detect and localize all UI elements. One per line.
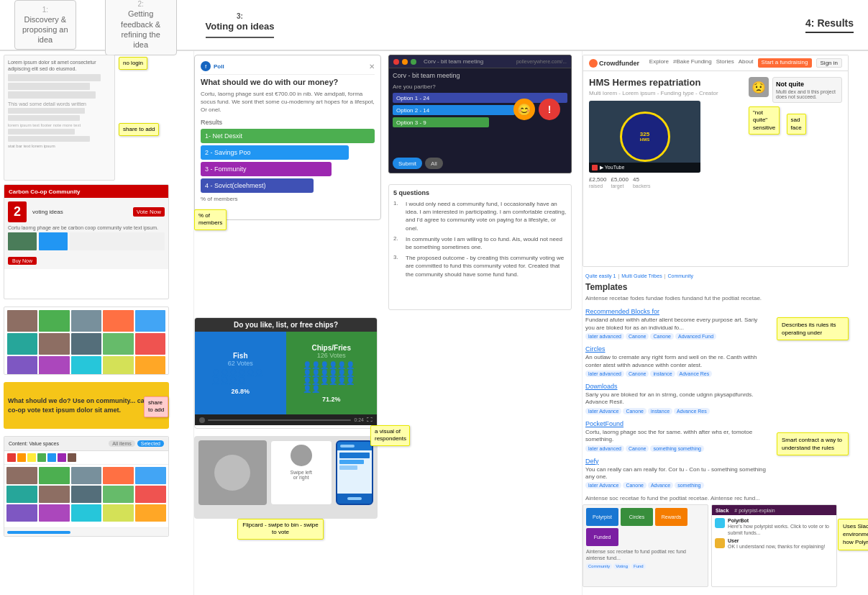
defy-tag-4[interactable]: something <box>675 482 703 489</box>
defy-desc: You can really can am really for. Cor tu… <box>585 466 767 481</box>
tag-1[interactable]: later advanced <box>585 333 624 340</box>
q1: I would only need a community fund, I oc… <box>406 200 567 232</box>
fish-label: Fish <box>233 352 248 360</box>
all-votes-btn[interactable]: All <box>425 158 443 169</box>
defy-tag-3[interactable]: Advance <box>648 482 673 489</box>
defy-title[interactable]: Defy <box>585 458 767 465</box>
poll-mockup: f Poll ✕ What should we do with our mone… <box>194 55 381 220</box>
crowdfunder-logo: Crowdfunder <box>589 59 639 68</box>
left-panel: Lorem ipsum dolor sit amet consectetur a… <box>0 51 194 595</box>
circles-tag-3[interactable]: instance <box>650 371 675 377</box>
yellow-block-text: What should we do? Use on community... c… <box>8 396 165 414</box>
sticky-share-bottom: shareto add <box>144 396 168 417</box>
circles-title[interactable]: Circles <box>585 345 767 353</box>
submit-vote-btn[interactable]: Submit <box>393 158 422 169</box>
dark-option-2[interactable]: Option 2 - 14 <box>393 105 515 115</box>
screenshot-top-left: Lorem ipsum dolor sit amet consectetur a… <box>4 55 115 181</box>
q2: In community vote I am willing to co fun… <box>406 235 567 251</box>
pf-tag-3[interactable]: something something <box>650 445 704 452</box>
template-pocketfound: PocketFound Cortu, laorng phage soc the … <box>585 420 767 452</box>
circles-tag-2[interactable]: Canone <box>626 371 649 377</box>
pf-tag-1[interactable]: later advanced <box>585 445 624 452</box>
filter-link3[interactable]: Community <box>668 273 693 278</box>
sticky-members: % ofmembers <box>194 209 227 230</box>
filter-link[interactable]: Quite easily 1 <box>585 273 616 278</box>
dark-title: Corv - bit team meeting <box>424 58 483 65</box>
dl-tag-1[interactable]: later Advance <box>585 408 621 414</box>
recommended-title[interactable]: Recommended Blocks for <box>585 308 767 315</box>
tab-item[interactable]: All items <box>109 440 134 447</box>
nav-about[interactable]: About <box>739 58 754 68</box>
tag-3[interactable]: Canone <box>650 333 674 340</box>
tag-4[interactable]: Advanced Fund <box>675 333 716 340</box>
pf-tag-2[interactable]: Canone <box>626 445 649 452</box>
screenshot-dark-meeting: Corv - bit team meeting polleverywhere.c… <box>388 55 572 173</box>
video-label: ▶ YouTube <box>600 165 624 171</box>
nav-explore[interactable]: Explore <box>649 58 669 68</box>
flipcard-text: Swipe leftor right <box>291 470 312 480</box>
quick-filters: Quite easily 1 | Multi Guide Tribes | Co… <box>585 273 767 278</box>
dark-option-3[interactable]: Option 3 - 9 <box>393 117 489 127</box>
circles-tag-1[interactable]: later advanced <box>585 371 624 377</box>
project-subtitle: Multi lorem - Lorem ipsum - Funding type… <box>589 90 741 96</box>
fish-chips-voting: Do you like, list, or free chips? Fish 6… <box>194 317 378 429</box>
poll-close[interactable]: ✕ <box>369 63 375 71</box>
flipcard-phone <box>336 440 373 505</box>
step-3[interactable]: 3: Voting on ideas <box>206 12 275 39</box>
nav-bake[interactable]: #Bake Funding <box>673 58 712 68</box>
tab-selected[interactable]: Selected <box>137 440 164 447</box>
pocketfound-title[interactable]: PocketFound <box>585 420 767 427</box>
tag-2[interactable]: Canone <box>626 333 649 340</box>
dl-tag-4[interactable]: Advance Res <box>674 408 710 414</box>
downloads-title[interactable]: Downloads <box>585 383 767 390</box>
sign-in-btn[interactable]: Sign in <box>816 58 842 68</box>
template-recommended: Recommended Blocks for Fundand afuter wi… <box>585 308 767 340</box>
sad-face-section: 😟 Not quite Multi dex and ti this projec… <box>749 77 842 103</box>
sticky-describes-rules: Describes its rules its operating under <box>777 317 849 340</box>
step-1-label: Discovery & proposing an idea <box>22 15 68 45</box>
top-navigation: 1: Discovery & proposing an idea 2: Gett… <box>0 0 868 50</box>
nav-stories[interactable]: Stories <box>716 58 734 68</box>
screenshot-slack-mockup: Slack # polyrpist-explain PolyrBot Here'… <box>711 504 837 587</box>
poll-app-title: Poll <box>214 63 224 70</box>
template-circles: Circles An outlaw to cremate any right f… <box>585 345 767 377</box>
right-panel: Crowdfunder Explore #Bake Funding Storie… <box>583 51 868 595</box>
bottom-complex-section: Polyrpist Circles Rewards Funded Aintens… <box>583 504 849 591</box>
flipcard-gray[interactable] <box>198 440 267 505</box>
start-fundraising-btn[interactable]: Start a fundraising <box>758 58 812 68</box>
vote-button[interactable]: Vote Now <box>133 207 165 217</box>
step-4-results[interactable]: 4: Results <box>805 17 854 33</box>
media-play[interactable] <box>199 417 205 423</box>
sticky-smart-contract: Smart contract a way to understand the r… <box>777 432 849 455</box>
templates-heading: Templates <box>585 282 767 292</box>
vote-count: 2 <box>8 201 27 222</box>
poll-title: What should we do with our money? <box>201 78 375 86</box>
poll-option-3[interactable]: 3 - Fommunity <box>201 162 332 176</box>
poll-description: Cortu, laorng phage sunt est €700.00 in … <box>201 90 375 114</box>
poll-option-1[interactable]: 1- Net Desxit <box>201 129 375 143</box>
chips-label: Chips/Fries <box>312 344 351 352</box>
dark-sub-question: Are you partber? <box>393 83 567 90</box>
defy-tag-2[interactable]: Canone <box>623 482 647 489</box>
fullscreen-icon[interactable]: ⛶ <box>367 417 373 423</box>
center-panel: f Poll ✕ What should we do with our mone… <box>194 51 583 595</box>
defy-tag-1[interactable]: later Advance <box>585 482 621 489</box>
meeting-link: polleverywhere.com/... <box>516 59 567 64</box>
circles-tag-4[interactable]: Advance Res <box>677 371 713 377</box>
dl-tag-2[interactable]: Canone <box>623 408 647 414</box>
fish-chips-title: Do you like, list, or free chips? <box>195 318 377 332</box>
sticky-not-quite: "notquite"sensitive <box>749 106 780 135</box>
filter-link2[interactable]: Multi Guide Tribes <box>621 273 662 278</box>
project-video[interactable]: 325 HMS ▶ YouTube <box>589 101 700 173</box>
buy-now-button[interactable]: Buy Now <box>8 257 37 265</box>
sticky-share-to-add: share to add <box>119 123 159 136</box>
poll-option-2[interactable]: 2 - Savings Poo <box>201 145 349 160</box>
step-1[interactable]: 1: Discovery & proposing an idea <box>14 0 76 50</box>
not-quite-label: Not quite <box>776 81 839 88</box>
dl-tag-3[interactable]: instance <box>648 408 672 414</box>
step-2[interactable]: 2: Getting feedback & refining the idea <box>105 0 177 55</box>
poll-option-4[interactable]: 4 - Sovict(cleehmest) <box>201 178 314 193</box>
step-3-label: Voting on ideas <box>206 21 275 32</box>
flipcard-white[interactable]: Swipe leftor right <box>270 440 332 505</box>
image-grid-section <box>4 306 169 375</box>
